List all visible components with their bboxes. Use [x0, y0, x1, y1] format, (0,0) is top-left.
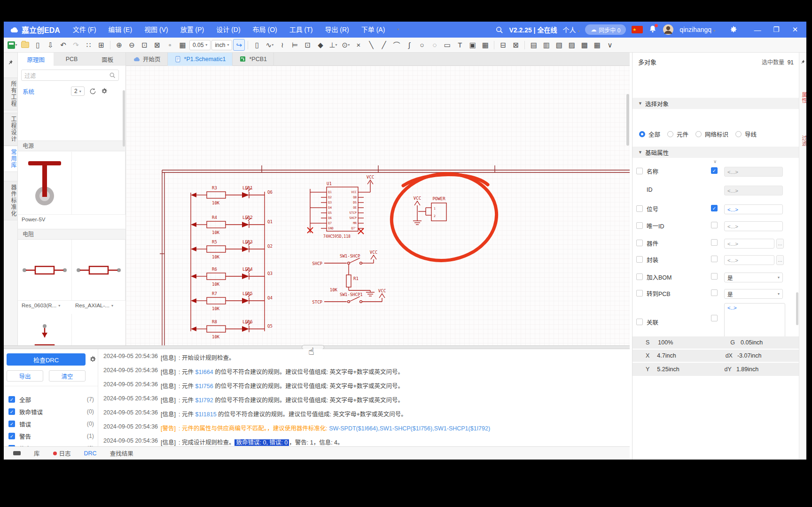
pin-icon[interactable] [800, 59, 806, 65]
circle-icon[interactable]: ○ [416, 39, 428, 51]
redo-icon[interactable]: ↷ [70, 39, 82, 51]
rect-icon[interactable]: ▭ [441, 39, 453, 51]
probe-icon[interactable]: ◆ [314, 39, 326, 51]
netclass-a-icon[interactable]: ⊟ [497, 39, 509, 51]
filter-error-checkbox[interactable]: ✓ [8, 421, 15, 427]
columns-dropdown[interactable]: 2▾ [71, 86, 85, 96]
device-visible-checkbox[interactable] [711, 239, 718, 246]
tab-drc[interactable]: DRC [84, 450, 97, 457]
component-link[interactable]: $1I664 [195, 369, 213, 375]
library-item-label[interactable]: Power-5V [22, 217, 46, 222]
unique-id-select-checkbox[interactable] [636, 222, 643, 229]
align-bottom-icon[interactable]: ▨ [566, 39, 578, 51]
library-item-label[interactable]: Res_AXIAL-...▾ [75, 303, 113, 308]
section-header-power[interactable]: 电源 [18, 140, 125, 151]
run-drc-button[interactable]: 检查DRC [7, 353, 86, 366]
filter-all-checkbox[interactable]: ✓ [8, 396, 15, 403]
grid-settings-icon[interactable]: ▦ [177, 39, 188, 51]
tab-search-results[interactable]: 查找结果 [110, 449, 133, 458]
radio-wire[interactable] [735, 131, 742, 137]
bezier-icon[interactable]: ∫ [403, 39, 415, 51]
bom-select-checkbox[interactable] [636, 273, 643, 280]
component-link[interactable]: SW-SPDT($1I664),SW1-SHCP($1I756),SW1-SHC… [329, 425, 490, 432]
radio-net-label[interactable] [695, 131, 702, 137]
tab-pcb-doc[interactable]: *PCB1 [233, 53, 274, 66]
image-icon[interactable]: ▣ [467, 39, 478, 51]
component-link[interactable]: $1I756 [195, 383, 213, 390]
tab-schematic-lib[interactable]: 原理图 [18, 53, 54, 66]
tab-schematic-doc[interactable]: *P1.Schematic1 [168, 53, 233, 66]
pen-icon[interactable]: ╲ [365, 39, 377, 51]
place-bus-icon[interactable]: ≀ [276, 39, 288, 51]
net-label-icon[interactable]: ⊨ [289, 39, 301, 51]
section-basic-props[interactable]: ▼基础属性 [632, 147, 799, 158]
export-button[interactable]: 导出 [7, 370, 43, 382]
toolbar-more-chevron[interactable]: ∨ [604, 39, 616, 51]
radio-all[interactable] [639, 131, 645, 137]
unique-id-visible-checkbox[interactable] [711, 222, 718, 228]
new-document-button[interactable]: ▯ [32, 39, 44, 51]
library-scrollbar[interactable] [123, 90, 125, 147]
link-flag-checkbox[interactable] [711, 315, 718, 321]
designator-select-checkbox[interactable] [636, 205, 643, 212]
id-field[interactable]: <...> [724, 186, 783, 195]
name-field[interactable]: <...> [724, 167, 783, 177]
collapse-panel-icon[interactable] [13, 451, 21, 455]
pcb-select-checkbox[interactable] [636, 290, 643, 296]
schematic-canvas[interactable]: R310KLED1Q6 R410KLED2Q1 R510KLED3Q2 R610… [126, 66, 630, 345]
to-pcb-dropdown[interactable]: 是▾ [724, 289, 783, 299]
place-wire-icon[interactable]: ∿▾ [264, 39, 275, 51]
marquee-select-icon[interactable]: ▫ [164, 39, 176, 51]
menu-tools[interactable]: 工具 (T) [283, 22, 319, 38]
library-filter-input[interactable]: 过滤 [21, 70, 119, 81]
avatar[interactable] [663, 24, 674, 35]
sidebar-tab-common-library[interactable]: 常用库 [4, 146, 18, 172]
menu-view[interactable]: 视图 (V) [138, 22, 174, 38]
settings-gear-icon[interactable] [729, 25, 738, 34]
link-select-checkbox[interactable] [636, 319, 643, 325]
right-tab-filter[interactable]: 过滤 [800, 135, 806, 147]
place-part-icon[interactable]: ▯ [251, 39, 263, 51]
section-select-objects[interactable]: ▼选择对象 [632, 98, 799, 109]
search-icon[interactable] [495, 26, 503, 34]
pin-icon[interactable] [8, 59, 14, 66]
unique-id-field[interactable]: <...> [724, 221, 783, 231]
menu-place[interactable]: 放置 (P) [174, 22, 211, 38]
name-visible-checkbox[interactable]: ✓ [711, 167, 718, 174]
device-field[interactable]: <...> [724, 239, 774, 249]
properties-scrollbar[interactable] [796, 292, 798, 325]
component-link[interactable]: $1I1815 [195, 411, 216, 418]
zoom-selection-icon[interactable]: ⊠ [151, 39, 163, 51]
library-item-res-0603[interactable] [18, 240, 72, 301]
tab-panel-lib[interactable]: 面板 [90, 53, 125, 66]
clear-button[interactable]: 清空 [49, 370, 86, 382]
filter-fatal-checkbox[interactable]: ✓ [8, 408, 15, 415]
design-manager-button[interactable]: ▾ [7, 39, 18, 51]
unit-dropdown[interactable]: inch▾ [211, 40, 232, 50]
import-button[interactable]: ⇩ [45, 39, 56, 51]
sidebar-tab-project-design[interactable]: 工程设计 [4, 113, 18, 146]
library-item-label[interactable]: Res_0603(R...▾ [22, 303, 60, 308]
bom-dropdown[interactable]: 是▾ [724, 273, 783, 282]
tab-pcb-lib[interactable]: PCB [54, 53, 89, 66]
drc-settings-gear-icon[interactable] [89, 355, 97, 363]
menu-overflow-chevron[interactable]: ▾ [391, 22, 405, 38]
sidebar-tab-all-projects[interactable]: 所有工程 [4, 78, 18, 110]
tab-start-page[interactable]: 开始页 [126, 53, 168, 66]
component-link[interactable]: $1I792 [195, 397, 213, 404]
netclass-b-icon[interactable]: ⊠ [510, 39, 522, 51]
device-browse-button[interactable]: … [776, 239, 784, 249]
menu-layout[interactable]: 布局 (O) [247, 22, 283, 38]
minimize-button[interactable]: — [751, 23, 764, 36]
active-wire-mode-button[interactable]: ↪ [233, 39, 245, 51]
library-item-power-5v[interactable] [18, 152, 72, 215]
section-header-resistor[interactable]: 电阻 [18, 229, 125, 240]
device-select-checkbox[interactable] [636, 240, 643, 246]
open-folder-button[interactable] [19, 39, 31, 51]
footprint-visible-checkbox[interactable] [711, 256, 718, 262]
footprint-field[interactable]: <...> [724, 255, 774, 265]
library-source-link[interactable]: 系统 [23, 87, 34, 96]
arc-icon[interactable]: ⌒ [390, 39, 402, 51]
name-select-checkbox[interactable] [636, 168, 643, 174]
restore-button[interactable]: ❐ [770, 23, 783, 36]
